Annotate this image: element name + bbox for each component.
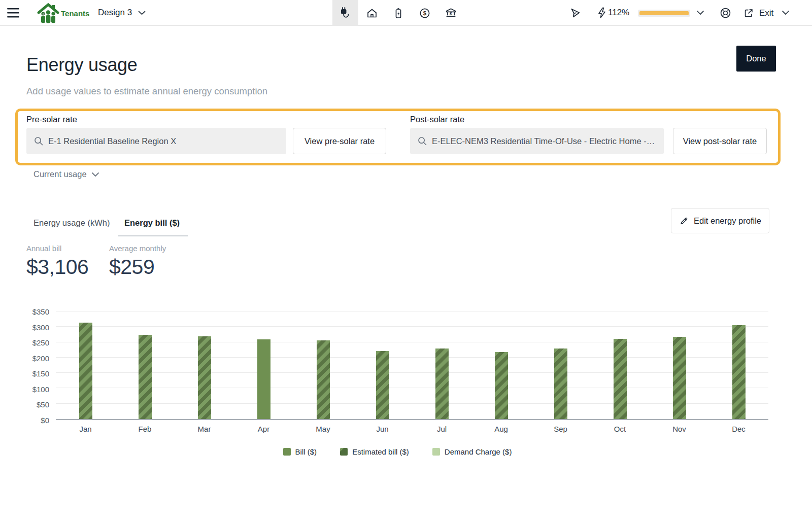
legend-label: Estimated bill ($) bbox=[352, 447, 409, 456]
x-tick-label: Jan bbox=[56, 425, 115, 433]
nav-energy-usage-button[interactable] bbox=[332, 0, 358, 26]
tab-energy-bill[interactable]: Energy bill ($) bbox=[124, 218, 180, 228]
battery-bolt-icon bbox=[392, 7, 404, 19]
dollar-circle-icon: $ bbox=[419, 7, 431, 19]
bar-jun[interactable] bbox=[376, 351, 389, 419]
plug-icon bbox=[339, 7, 352, 20]
pencil-icon bbox=[679, 216, 689, 226]
bar-may[interactable] bbox=[317, 340, 330, 419]
average-monthly-value: $259 bbox=[109, 255, 154, 279]
y-tick-label: $100 bbox=[32, 385, 49, 393]
view-pre-solar-rate-button[interactable]: View pre-solar rate bbox=[293, 128, 386, 154]
x-tick-label: Dec bbox=[709, 425, 768, 433]
y-tick-label: $150 bbox=[32, 370, 49, 377]
tenants-logo-icon bbox=[37, 2, 60, 24]
design-selector[interactable]: Design 3 bbox=[98, 8, 146, 18]
chevron-down-icon bbox=[91, 172, 99, 177]
charge-progress-bar bbox=[638, 10, 690, 17]
bar-dec[interactable] bbox=[732, 325, 746, 419]
bar-oct[interactable] bbox=[614, 339, 627, 419]
legend-label: Demand Charge ($) bbox=[445, 447, 512, 456]
y-tick-label: $0 bbox=[41, 416, 49, 424]
x-axis-labels: JanFebMarAprMayJunJulAugSepOctNovDec bbox=[56, 425, 768, 433]
bar-jan[interactable] bbox=[79, 323, 92, 419]
design-selector-label: Design 3 bbox=[98, 8, 132, 18]
bar-jul[interactable] bbox=[435, 349, 449, 419]
post-solar-rate-label: Post-solar rate bbox=[410, 115, 464, 124]
lifebuoy-icon bbox=[719, 7, 732, 19]
svg-text:$: $ bbox=[450, 11, 452, 16]
bar-slot bbox=[234, 311, 293, 419]
x-tick-label: Apr bbox=[234, 425, 293, 433]
post-solar-rate-input[interactable] bbox=[432, 136, 657, 146]
y-tick-label: $50 bbox=[37, 401, 49, 408]
bar-slot bbox=[175, 311, 234, 419]
legend-swatch-icon bbox=[432, 448, 440, 456]
pre-solar-rate-field[interactable] bbox=[26, 128, 286, 154]
exit-icon bbox=[743, 8, 754, 19]
legend-label: Bill ($) bbox=[295, 447, 317, 456]
bar-slot bbox=[471, 311, 531, 419]
edit-energy-profile-button[interactable]: Edit energy profile bbox=[671, 208, 769, 233]
y-axis-labels: $0$50$100$150$200$250$300$350 bbox=[26, 311, 56, 420]
annual-bill-value: $3,106 bbox=[26, 255, 88, 279]
bar-slot bbox=[293, 311, 353, 419]
y-tick-label: $350 bbox=[32, 308, 49, 316]
x-tick-label: Jun bbox=[353, 425, 412, 433]
simulate-button[interactable] bbox=[569, 7, 582, 19]
bar-feb[interactable] bbox=[139, 335, 152, 419]
x-tick-label: May bbox=[293, 425, 353, 433]
exit-label: Exit bbox=[759, 8, 773, 18]
bar-slot bbox=[353, 311, 412, 419]
current-usage-label: Current usage bbox=[33, 169, 87, 179]
bar-slot bbox=[115, 311, 175, 419]
nav-pricing-button[interactable]: $ bbox=[412, 0, 437, 26]
chart-legend: Bill ($)Estimated bill ($)Demand Charge … bbox=[26, 447, 768, 456]
charge-percentage: 112% bbox=[608, 8, 629, 18]
menu-button[interactable] bbox=[7, 8, 19, 18]
annual-bill-label: Annual bill bbox=[26, 244, 61, 253]
tenants-logo bbox=[37, 2, 60, 24]
bar-slot bbox=[650, 311, 709, 419]
bar-apr[interactable] bbox=[257, 339, 270, 419]
average-monthly-label: Average monthly bbox=[109, 244, 166, 253]
charge-progress-fill bbox=[639, 11, 689, 15]
user-menu-button[interactable] bbox=[782, 10, 790, 15]
done-button[interactable]: Done bbox=[736, 46, 776, 72]
help-button[interactable] bbox=[719, 7, 732, 19]
pre-solar-rate-label: Pre-solar rate bbox=[26, 115, 77, 124]
active-tab-underline bbox=[118, 235, 188, 236]
exit-button[interactable]: Exit bbox=[743, 8, 773, 19]
legend-item: Bill ($) bbox=[283, 447, 317, 456]
bar-mar[interactable] bbox=[198, 336, 211, 419]
legend-swatch-icon bbox=[283, 448, 291, 456]
nav-home-button[interactable] bbox=[359, 0, 385, 26]
y-tick-label: $250 bbox=[32, 339, 49, 346]
bar-nov[interactable] bbox=[673, 337, 686, 419]
svg-text:$: $ bbox=[423, 10, 426, 16]
bank-dollar-icon: $ bbox=[445, 7, 457, 19]
tab-energy-usage-kwh[interactable]: Energy usage (kWh) bbox=[33, 218, 110, 228]
pre-solar-rate-input[interactable] bbox=[48, 136, 279, 146]
bar-sep[interactable] bbox=[554, 349, 567, 419]
page-title: Energy usage bbox=[26, 54, 138, 76]
charge-dropdown-button[interactable] bbox=[696, 10, 704, 15]
search-icon bbox=[417, 136, 427, 146]
energy-bill-chart: $0$50$100$150$200$250$300$350 JanFebMarA… bbox=[26, 305, 768, 456]
x-tick-label: Aug bbox=[471, 425, 531, 433]
bar-slot bbox=[56, 311, 115, 419]
post-solar-rate-field[interactable] bbox=[410, 128, 664, 154]
current-usage-toggle[interactable]: Current usage bbox=[33, 169, 99, 179]
energy-usage-page: Tenants Design 3 bbox=[0, 0, 812, 522]
view-post-solar-rate-button[interactable]: View post-solar rate bbox=[673, 128, 767, 154]
bar-aug[interactable] bbox=[495, 352, 508, 419]
chevron-down-icon bbox=[696, 10, 704, 15]
legend-item: Estimated bill ($) bbox=[340, 447, 409, 456]
nav-battery-button[interactable] bbox=[385, 0, 411, 26]
x-tick-label: Jul bbox=[412, 425, 471, 433]
x-tick-label: Feb bbox=[115, 425, 175, 433]
nav-financing-button[interactable]: $ bbox=[438, 0, 464, 26]
lightning-icon bbox=[597, 7, 607, 19]
page-subtitle: Add usage values to estimate annual ener… bbox=[26, 86, 267, 97]
home-icon bbox=[366, 7, 378, 19]
